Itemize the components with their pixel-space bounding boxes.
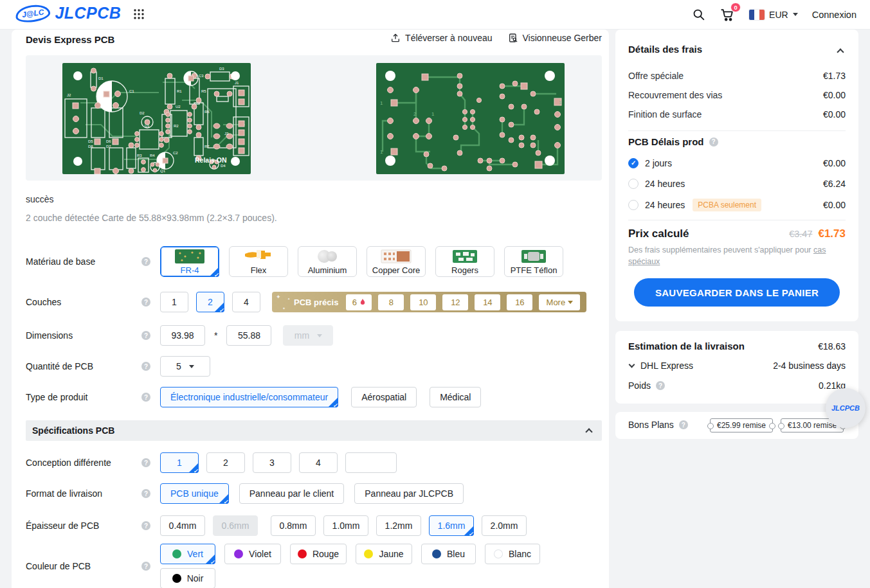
jlcpcb-logo[interactable]: J@LC JLCPCB: [15, 4, 121, 22]
layers-more-dropdown[interactable]: More: [539, 294, 580, 310]
delivery-option-panel-customer[interactable]: Panneau par le client: [239, 483, 345, 504]
delivery-format-label: Format de livraison: [26, 488, 141, 499]
layers-option-16[interactable]: 16: [507, 294, 532, 310]
material-option-flex[interactable]: Flex: [229, 246, 288, 277]
help-icon[interactable]: [141, 298, 150, 307]
help-icon[interactable]: [141, 362, 150, 371]
gerber-viewer-button[interactable]: Visionneuse Gerber: [508, 33, 602, 43]
color-option-purple[interactable]: Violet: [224, 544, 281, 564]
chevron-down-icon: [189, 365, 194, 368]
fee-row: Finition de surface €0.00: [628, 109, 846, 120]
thickness-option-1-6[interactable]: 1.6mm: [429, 515, 474, 536]
product-type-option-medical[interactable]: Médical: [430, 387, 481, 407]
thickness-option-1-0[interactable]: 1.0mm: [323, 515, 368, 536]
currency-selector[interactable]: EUR: [749, 10, 798, 20]
dimension-width-input[interactable]: [160, 325, 205, 346]
svg-text:J1: J1: [235, 81, 239, 85]
color-option-red[interactable]: Rouge: [290, 544, 347, 564]
design-option-2[interactable]: 2: [206, 452, 245, 473]
help-icon[interactable]: [141, 331, 150, 340]
help-icon[interactable]: [141, 521, 150, 530]
layers-option-1[interactable]: 1: [160, 292, 188, 312]
shipping-eta: 2-4 business days: [773, 361, 846, 371]
page-title: Devis Express PCB: [26, 34, 114, 45]
thickness-option-1-2[interactable]: 1.2mm: [376, 515, 421, 536]
login-link[interactable]: Connexion: [812, 10, 856, 20]
layers-option-2[interactable]: 2: [196, 292, 224, 312]
material-option-copper-core[interactable]: Copper Core: [367, 246, 426, 277]
leadtime-option[interactable]: 2 jours €0.00: [628, 158, 846, 168]
fees-title: Détails des frais: [628, 44, 702, 55]
color-option-yellow[interactable]: Jaune: [356, 544, 412, 564]
top-navbar: J@LC JLCPCB 0 EUR Connexion: [0, 0, 870, 30]
design-option-4[interactable]: 4: [299, 452, 338, 473]
reupload-button[interactable]: Téléverser à nouveau: [390, 33, 492, 43]
cart-icon[interactable]: 0: [720, 8, 735, 22]
layers-option-6[interactable]: 6: [346, 294, 372, 310]
radio-selected-icon[interactable]: [628, 158, 639, 168]
product-type-option-aerospace[interactable]: Aérospatial: [351, 387, 417, 407]
help-icon[interactable]: [679, 420, 688, 429]
selected-check-icon: [205, 554, 215, 564]
design-option-custom[interactable]: [345, 452, 397, 473]
black-dot-icon: [172, 574, 181, 583]
layers-option-12[interactable]: 12: [442, 294, 468, 310]
thickness-option-0-8[interactable]: 0.8mm: [271, 515, 316, 536]
help-icon[interactable]: [141, 257, 150, 266]
design-option-3[interactable]: 3: [253, 452, 291, 473]
coupons-panel: Bons Plans €25.99 remise €13.00 remise: [615, 412, 858, 439]
color-option-blue[interactable]: Bleu: [421, 544, 476, 564]
coupon-tag[interactable]: €25.99 remise: [710, 418, 773, 432]
chevron-up-icon[interactable]: [837, 48, 844, 55]
france-flag-icon: [749, 10, 765, 20]
calculated-price-title: Prix calculé: [628, 227, 789, 240]
purple-dot-icon: [234, 549, 243, 558]
material-option-ptfe[interactable]: PTFE Téflon: [504, 246, 563, 277]
leadtime-option[interactable]: 24 heures €6.24: [628, 179, 846, 189]
ptfe-thumbnail-icon: [516, 249, 551, 264]
thickness-option-0-6[interactable]: 0.6mm: [213, 515, 258, 536]
color-option-green[interactable]: Vert: [160, 544, 215, 564]
thickness-label: Épaisseur de PCB: [26, 521, 141, 531]
material-option-aluminium[interactable]: Aluminium: [298, 246, 357, 277]
radio-icon[interactable]: [628, 200, 639, 210]
material-option-rogers[interactable]: Rogers: [435, 246, 494, 277]
pcb-specs-section-header[interactable]: Spécifications PCB: [26, 420, 602, 441]
dimension-unit-select[interactable]: mm: [283, 325, 333, 346]
search-icon[interactable]: [692, 8, 705, 21]
jlcpcb-floating-widget[interactable]: JLCPCB: [826, 388, 865, 428]
product-type-option-industrial[interactable]: Électronique industrielle/consommateur: [160, 387, 338, 407]
carrier-row[interactable]: DHL Express 2-4 business days: [628, 361, 846, 371]
chevron-down-icon: [793, 13, 798, 16]
jlc-oval-badge: J@LC: [14, 3, 51, 24]
apps-grid-icon[interactable]: [133, 8, 145, 22]
dimension-height-input[interactable]: [226, 325, 271, 346]
help-icon[interactable]: [141, 393, 150, 402]
svg-text:D7: D7: [106, 145, 111, 148]
help-icon[interactable]: [656, 381, 665, 390]
thickness-option-2-0[interactable]: 2.0mm: [482, 515, 527, 536]
help-icon[interactable]: [141, 489, 150, 498]
color-option-white[interactable]: Blanc: [485, 544, 540, 564]
leadtime-option[interactable]: 24 heures PCBA seulement €0.00: [628, 199, 846, 211]
delivery-option-panel-jlcpcb[interactable]: Panneau par JLCPCB: [354, 483, 464, 504]
delivery-option-single[interactable]: PCB unique: [160, 483, 229, 504]
quantity-select[interactable]: 5: [160, 356, 210, 377]
svg-text:D5: D5: [88, 139, 93, 143]
save-to-cart-button[interactable]: SAUVEGARDER DANS LE PANIER: [634, 278, 840, 307]
quote-panel: Devis Express PCB Téléverser à nouveau V…: [12, 30, 609, 588]
help-icon[interactable]: [141, 562, 150, 571]
thickness-option-0-4[interactable]: 0.4mm: [160, 515, 205, 536]
help-icon[interactable]: [141, 458, 150, 467]
material-option-fr4[interactable]: FR-4: [160, 246, 219, 277]
layers-option-14[interactable]: 14: [475, 294, 500, 310]
radio-icon[interactable]: [628, 179, 639, 189]
currency-label: EUR: [769, 10, 788, 20]
layers-option-8[interactable]: 8: [378, 294, 404, 310]
flex-thumbnail-icon: [241, 249, 276, 264]
layers-option-4[interactable]: 4: [232, 292, 260, 312]
help-icon[interactable]: [709, 138, 718, 147]
color-option-black[interactable]: Noir: [160, 568, 215, 588]
layers-option-10[interactable]: 10: [410, 294, 436, 310]
design-option-1[interactable]: 1: [160, 452, 199, 473]
